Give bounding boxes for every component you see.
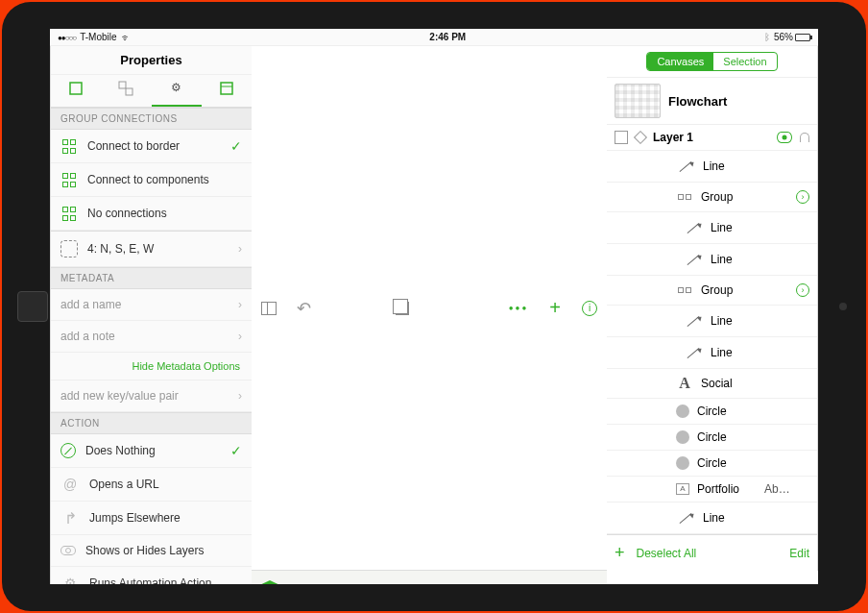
more-menu-icon[interactable] (509, 300, 528, 317)
tab-arrange[interactable] (101, 75, 151, 107)
bluetooth-icon: ᛒ (764, 32, 770, 42)
sidebar-segmented-control: Canvases Selection (646, 52, 777, 71)
status-bar: T-Mobile ᯤ 2:46 PM ᛒ 56% (50, 29, 818, 46)
document-thumbnail (615, 84, 661, 118)
document-row[interactable]: Flowchart (607, 77, 817, 125)
tab-canvas[interactable] (202, 75, 252, 107)
at-icon (60, 477, 80, 492)
sidebar-left: Canvases Selection Flowchart Layer 1 (607, 46, 818, 571)
battery-pct-label: 56% (774, 32, 793, 42)
magnets-icon (60, 240, 78, 257)
visibility-toggle-icon[interactable] (777, 132, 792, 143)
screen: T-Mobile ᯤ 2:46 PM ᛒ 56% Canvases Select… (50, 29, 818, 584)
ipad-camera (839, 303, 847, 310)
circle-icon (676, 430, 689, 444)
line-icon (684, 218, 703, 237)
line-icon (676, 508, 695, 527)
ipad-home-button[interactable] (17, 291, 48, 322)
layer-item[interactable]: Line (607, 151, 817, 183)
inspector-toggle-icon[interactable]: i (582, 301, 597, 316)
metadata-name-input[interactable]: add a name› (51, 289, 252, 321)
svg-rect-0 (70, 83, 82, 94)
action-does-nothing[interactable]: Does Nothing✓ (51, 434, 252, 468)
metadata-note-input[interactable]: add a note› (51, 321, 252, 353)
circle-icon (676, 405, 689, 418)
line-icon (684, 343, 703, 362)
check-icon: ✓ (230, 443, 242, 458)
inspector-tabs: ⚙ (51, 75, 252, 108)
layer-item[interactable]: Circle (607, 399, 817, 425)
action-layers[interactable]: Shows or Hides Layers (51, 535, 252, 567)
expand-icon[interactable]: › (796, 283, 809, 297)
layer-item[interactable]: Line (607, 306, 817, 337)
circle-icon (676, 456, 689, 470)
chevron-right-icon: › (238, 242, 242, 256)
ipad-frame: T-Mobile ᯤ 2:46 PM ᛒ 56% Canvases Select… (2, 2, 866, 611)
svg-rect-2 (126, 88, 133, 95)
group-icon (676, 282, 693, 299)
layer-name: Layer 1 (653, 131, 693, 144)
edit-layers-button[interactable]: Edit (789, 547, 809, 560)
check-icon: ✓ (230, 138, 242, 154)
lock-toggle-icon[interactable] (800, 133, 809, 142)
layer-item[interactable]: Line (607, 337, 817, 369)
panel-title: Properties (51, 46, 252, 75)
section-header-action: ACTION (51, 412, 252, 434)
hide-metadata-button[interactable]: Hide Metadata Options (51, 353, 252, 380)
add-layer-button[interactable]: + (615, 543, 625, 563)
bounds-icon (615, 131, 628, 144)
add-shape-icon[interactable]: + (545, 300, 565, 317)
tab-object[interactable] (51, 75, 101, 107)
metadata-kv-input[interactable]: add new key/value pair› (51, 380, 252, 412)
tab-selection[interactable]: Selection (713, 53, 776, 70)
layer-item[interactable]: Line (607, 503, 817, 534)
layer-icon (634, 131, 647, 144)
action-automation[interactable]: Runs Automation Action (51, 567, 252, 584)
sidebar-bottom-bar: + Deselect All Edit (607, 534, 817, 571)
option-magnets[interactable]: 4: N, S, E, W› (51, 231, 252, 267)
ban-icon (60, 443, 76, 458)
option-connect-components[interactable]: Connect to components (51, 163, 252, 197)
line-icon (684, 311, 703, 331)
svg-rect-3 (221, 83, 232, 94)
layer-item[interactable]: APortfolio Ab… (607, 477, 817, 503)
layer-item[interactable]: Circle (607, 451, 817, 477)
jump-icon (60, 510, 80, 526)
layer-item[interactable]: ASocial (607, 369, 817, 399)
section-header-connections: GROUP CONNECTIONS (51, 108, 252, 130)
layer-item[interactable]: Circle (607, 425, 817, 451)
tab-connections[interactable]: ⚙ (152, 75, 202, 107)
textbox-icon: A (676, 483, 689, 495)
layer-item[interactable]: Line (607, 212, 817, 244)
carrier-label: T-Mobile (80, 32, 116, 42)
signal-dots-icon (58, 32, 76, 42)
section-header-metadata: METADATA (51, 267, 252, 289)
layer-item[interactable]: Group› (607, 276, 817, 306)
group-icon (676, 188, 693, 206)
gear-icon (60, 576, 80, 584)
svg-rect-1 (119, 82, 126, 88)
status-shield-icon: ⦿ (257, 580, 282, 584)
properties-panel: Properties ⚙ GROUP CONNECTIONS Connect t… (50, 46, 252, 584)
option-connect-border[interactable]: Connect to border✓ (51, 130, 252, 163)
undo-icon[interactable] (294, 300, 313, 317)
line-icon (676, 157, 695, 176)
line-icon (684, 250, 703, 269)
canvas[interactable]: Home ‹› ● ● ● ⦿ Portfolio About Bl… (252, 571, 607, 584)
action-jumps[interactable]: Jumps Elsewhere (51, 502, 252, 535)
action-opens-url[interactable]: Opens a URL (51, 468, 252, 502)
tab-canvases[interactable]: Canvases (647, 53, 713, 70)
wifi-icon: ᯤ (121, 32, 132, 43)
top-toolbar: + i (252, 46, 607, 571)
option-no-connections[interactable]: No connections (51, 197, 252, 231)
layer-item[interactable]: Line (607, 244, 817, 276)
layer-item[interactable]: Group› (607, 183, 817, 212)
deselect-all-button[interactable]: Deselect All (637, 547, 697, 560)
documents-icon[interactable] (396, 302, 409, 315)
document-name: Flowchart (668, 94, 727, 109)
layer-header-row[interactable]: Layer 1 (607, 125, 817, 151)
layers-list: Layer 1 Line Group› Line Line Group› Lin… (607, 125, 817, 534)
panels-toggle-icon[interactable] (261, 302, 277, 315)
eye-icon (60, 546, 76, 555)
expand-icon[interactable]: › (796, 190, 809, 204)
